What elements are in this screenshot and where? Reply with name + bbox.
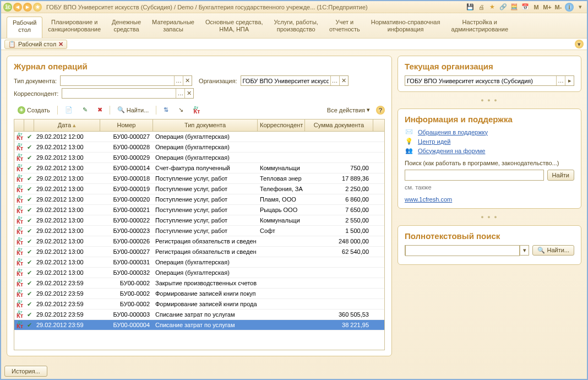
nav-planning[interactable]: Планирование исанкционирование xyxy=(42,17,106,38)
link-icon[interactable]: 🔗 xyxy=(499,3,508,12)
doc-status-icon: ✔ xyxy=(24,144,34,151)
print-icon[interactable]: 🖨 xyxy=(477,3,486,12)
col-number[interactable]: Номер xyxy=(100,120,153,131)
org-input[interactable] xyxy=(241,76,330,85)
edit-button[interactable]: ✎ xyxy=(79,105,91,115)
nav-materials[interactable]: Материальныезапасы xyxy=(146,17,200,38)
table-row[interactable]: ДтКт✔29.02.2012 13:00БУ00-000014Счет-фак… xyxy=(14,163,384,173)
find-button[interactable]: 🔍 Найти... xyxy=(113,105,153,115)
table-row[interactable]: ДтКт✔29.02.2012 13:00БУ00-000019Поступле… xyxy=(14,184,384,194)
dtkt-button[interactable]: ДтКт xyxy=(189,104,204,116)
col-sum[interactable]: Сумма документа xyxy=(305,120,373,131)
table-row[interactable]: ДтКт✔29.02.2012 12:00БУ00-000027Операция… xyxy=(14,132,384,142)
org-select-dots-icon[interactable]: … xyxy=(556,76,565,85)
table-row[interactable]: ДтКт✔29.02.2012 13:00БУ00-000022Поступле… xyxy=(14,215,384,226)
table-row[interactable]: ДтКт✔29.02.2012 13:00БУ00-000032Операция… xyxy=(14,268,384,278)
mminus-button[interactable]: M- xyxy=(554,3,563,12)
table-row[interactable]: ДтКт✔29.02.2012 23:59БУ00-0002Формирован… xyxy=(14,289,384,299)
idea-icon: 💡 xyxy=(405,138,413,145)
fts-dropdown-icon[interactable]: ▾ xyxy=(520,246,529,255)
dtkt-icon: ДтКт xyxy=(17,164,23,172)
fts-combo[interactable]: ▾ xyxy=(405,245,529,256)
nav-reference[interactable]: Нормативно-справочнаяинформация xyxy=(366,17,446,38)
table-row[interactable]: ДтКт✔29.02.2012 13:00БУ00-000029Операция… xyxy=(14,153,384,163)
nav-fwd-icon[interactable]: ► xyxy=(23,3,32,12)
table-row[interactable]: ДтКт✔29.02.2012 13:00БУ00-000021Поступле… xyxy=(14,205,384,215)
info-icon[interactable]: i xyxy=(565,3,574,12)
nav-services[interactable]: Услуги, работы,производство xyxy=(269,17,324,38)
help-search-button[interactable]: Найти xyxy=(547,170,574,181)
corr-clear-icon[interactable]: ✕ xyxy=(184,89,193,98)
dtkt-icon: ДтКт xyxy=(17,268,23,276)
titlebar: 1c ◄ ► ★ ГОБУ ВПО Университет искусств (… xyxy=(1,1,587,13)
org-combo[interactable]: … ✕ xyxy=(241,75,349,86)
calendar-icon[interactable]: 📅 xyxy=(521,3,530,12)
nav-accounting[interactable]: Учет иотчетность xyxy=(324,17,366,38)
cell-number: БУ00-000022 xyxy=(100,217,153,224)
all-actions-button[interactable]: Все действия ▾ xyxy=(323,105,374,115)
org-dots-icon[interactable]: … xyxy=(330,76,339,85)
link-support[interactable]: Обращения в поддержку xyxy=(418,129,488,135)
cell-date: 29.02.2012 23:59 xyxy=(34,322,100,328)
nav-money[interactable]: Денежныесредства xyxy=(106,17,146,38)
nav-assets[interactable]: Основные средства,НМА, НПА xyxy=(200,17,269,38)
doctype-combo[interactable]: … ✕ xyxy=(60,75,192,86)
calc-icon[interactable]: 🧮 xyxy=(510,3,519,12)
table-row[interactable]: ДтКт✔29.02.2012 13:00БУ00-000023Поступле… xyxy=(14,226,384,236)
create-button[interactable]: +Создать xyxy=(14,105,54,116)
corr-dots-icon[interactable]: … xyxy=(176,89,184,98)
corr-combo[interactable]: … ✕ xyxy=(62,88,194,99)
help-search-input[interactable] xyxy=(405,170,544,181)
grid-body[interactable]: ДтКт✔29.02.2012 12:00БУ00-000027Операция… xyxy=(14,132,384,350)
table-row[interactable]: ДтКт✔29.02.2012 23:59БУ00-000003Списание… xyxy=(14,310,384,320)
org-select[interactable]: … ▸ xyxy=(405,75,574,86)
m-button[interactable]: M xyxy=(532,3,541,12)
nav-desktop[interactable]: Рабочийстол xyxy=(7,17,42,38)
collapse-icon[interactable]: ▾ xyxy=(575,40,584,48)
doctype-clear-icon[interactable]: ✕ xyxy=(183,76,192,85)
swap-button[interactable]: ⇅ xyxy=(160,105,172,115)
history-button[interactable]: История... xyxy=(4,366,47,377)
mplus-button[interactable]: M+ xyxy=(543,3,552,12)
fts-input[interactable] xyxy=(405,245,520,256)
col-type[interactable]: Тип документа xyxy=(153,120,258,131)
favorites-icon[interactable]: ★ xyxy=(33,3,42,12)
table-row[interactable]: ДтКт✔29.02.2012 13:00БУ00-000026Регистра… xyxy=(14,236,384,247)
forum-icon: 👥 xyxy=(405,147,413,154)
col-corr[interactable]: Корреспондент xyxy=(258,120,305,131)
copy-button[interactable]: 📄 xyxy=(61,105,77,115)
table-row[interactable]: ДтКт✔29.02.2012 13:00БУ00-000028Операция… xyxy=(14,142,384,153)
org-clear-icon[interactable]: ✕ xyxy=(339,76,348,85)
nav-settings[interactable]: Настройка иадминистрирование xyxy=(445,17,514,38)
star-icon[interactable]: ★ xyxy=(488,3,497,12)
dropdown-icon[interactable]: ▾ xyxy=(576,3,585,12)
doctype-dots-icon[interactable]: … xyxy=(174,76,183,85)
table-row[interactable]: ДтКт✔29.02.2012 23:59БУ00-0002Закрытие п… xyxy=(14,278,384,289)
table-row[interactable]: ДтКт✔29.02.2012 13:00БУ00-000031Операция… xyxy=(14,257,384,268)
link-ideas[interactable]: Центр идей xyxy=(418,138,450,145)
table-row[interactable]: ДтКт✔29.02.2012 13:00БУ00-000018Поступле… xyxy=(14,173,384,184)
org-select-input[interactable] xyxy=(405,76,556,85)
save-icon[interactable]: 💾 xyxy=(466,3,475,12)
delete-button[interactable]: ✖ xyxy=(94,105,106,115)
nav-back-icon[interactable]: ◄ xyxy=(13,3,22,12)
link-site[interactable]: www.1cfresh.com xyxy=(405,196,452,203)
corr-input[interactable] xyxy=(62,89,176,98)
table-row[interactable]: ДтКт✔29.02.2012 23:59БУ00-000004Списание… xyxy=(14,320,384,330)
table-row[interactable]: ДтКт✔29.02.2012 23:59БУ00-0002Формирован… xyxy=(14,299,384,310)
col-date[interactable]: Дата ▴ xyxy=(34,120,100,131)
org-select-open-icon[interactable]: ▸ xyxy=(565,76,574,85)
link-forum[interactable]: Обсуждения на форуме xyxy=(418,148,485,154)
table-row[interactable]: ДтКт✔29.02.2012 13:00БУ00-000020Поступле… xyxy=(14,194,384,205)
goto-button[interactable]: ↘ xyxy=(175,105,187,115)
gripper[interactable]: ● ● ● xyxy=(398,97,581,103)
table-row[interactable]: ДтКт✔29.02.2012 13:00БУ00-000027Регистра… xyxy=(14,247,384,257)
doctype-input[interactable] xyxy=(61,76,174,85)
fts-find-button[interactable]: 🔍 Найти... xyxy=(532,245,574,256)
cell-type: Поступление услуг, работ xyxy=(153,175,258,182)
help-icon[interactable]: ? xyxy=(376,106,385,115)
tab-desktop[interactable]: 📋 Рабочий стол ✕ xyxy=(4,40,67,49)
tab-close-icon[interactable]: ✕ xyxy=(58,41,63,48)
cell-sum: 17 889,36 xyxy=(305,175,373,182)
gripper[interactable]: ● ● ● xyxy=(398,214,581,220)
